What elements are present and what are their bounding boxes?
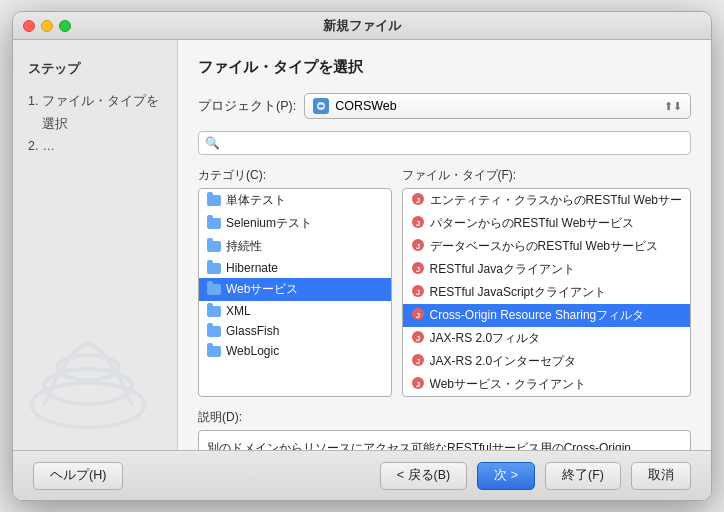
category-label: カテゴリ(C): <box>198 167 392 184</box>
category-item[interactable]: GlassFish <box>199 321 391 341</box>
category-list[interactable]: 単体テストSeleniumテスト持続性HibernateWebサービスXMLGl… <box>198 188 392 397</box>
filetype-item[interactable]: J Webサービス・クライアント <box>403 373 690 396</box>
filetype-item-label: RESTful JavaScriptクライアント <box>430 284 606 301</box>
folder-icon <box>207 263 221 274</box>
svg-text:J: J <box>415 334 419 343</box>
step-2-number: 2. <box>28 135 38 158</box>
filetype-icon: J <box>411 353 425 370</box>
folder-icon <box>207 346 221 357</box>
category-item-label: 単体テスト <box>226 192 286 209</box>
lists-row: カテゴリ(C): 単体テストSeleniumテスト持続性HibernateWeb… <box>198 167 691 397</box>
step-2-label: … <box>42 135 55 158</box>
category-item[interactable]: Hibernate <box>199 258 391 278</box>
category-item-label: WebLogic <box>226 344 279 358</box>
cancel-button[interactable]: 取消 <box>631 462 691 490</box>
filetype-item[interactable]: J JAX-RS 2.0インターセプタ <box>403 350 690 373</box>
folder-icon <box>207 218 221 229</box>
filetype-label: ファイル・タイプ(F): <box>402 167 691 184</box>
svg-text:J: J <box>415 219 419 228</box>
project-value: CORSWeb <box>335 99 397 113</box>
traffic-lights <box>23 20 71 32</box>
panel-title: ファイル・タイプを選択 <box>198 58 691 77</box>
category-item[interactable]: Seleniumテスト <box>199 212 391 235</box>
step-1-label: ファイル・タイプを選択 <box>42 90 162 135</box>
footer: ヘルプ(H) < 戻る(B) 次 > 終了(F) 取消 <box>13 450 711 500</box>
folder-icon <box>207 284 221 295</box>
filetype-icon: J <box>411 215 425 232</box>
step-1-number: 1. <box>28 90 38 135</box>
svg-text:J: J <box>415 288 419 297</box>
search-row: 🔍 <box>198 131 691 155</box>
category-item-label: Webサービス <box>226 281 298 298</box>
filetype-item-label: Webサービス・クライアント <box>430 376 586 393</box>
svg-text:J: J <box>415 196 419 205</box>
maximize-button[interactable] <box>59 20 71 32</box>
category-item[interactable]: 持続性 <box>199 235 391 258</box>
project-select-inner: CORSWeb <box>313 98 397 114</box>
category-item[interactable]: 単体テスト <box>199 189 391 212</box>
description-section: 説明(D): 別のドメインからリソースにアクセス可能なRESTfulサービス用の… <box>198 409 691 450</box>
filetype-icon: J <box>411 330 425 347</box>
finish-button[interactable]: 終了(F) <box>545 462 621 490</box>
description-label: 説明(D): <box>198 409 691 426</box>
filetype-item-label: RESTful Javaクライアント <box>430 261 575 278</box>
main-window: 新規ファイル ステップ 1. ファイル・タイプを選択 2. … <box>12 11 712 501</box>
folder-icon <box>207 195 221 206</box>
description-text: 別のドメインからリソースにアクセス可能なRESTfulサービス用のCross-O… <box>198 430 691 450</box>
category-item-label: Seleniumテスト <box>226 215 312 232</box>
sidebar-title: ステップ <box>28 60 162 78</box>
project-icon <box>313 98 329 114</box>
filetype-item[interactable]: J RESTful Javaクライアント <box>403 258 690 281</box>
next-button[interactable]: 次 > <box>477 462 535 490</box>
category-item[interactable]: WebLogic <box>199 341 391 361</box>
project-select[interactable]: CORSWeb ⬆⬇ <box>304 93 691 119</box>
sidebar-steps: 1. ファイル・タイプを選択 2. … <box>28 90 162 158</box>
svg-text:J: J <box>415 380 419 389</box>
step-2: 2. … <box>28 135 162 158</box>
filetype-icon: J <box>411 238 425 255</box>
sidebar: ステップ 1. ファイル・タイプを選択 2. … <box>13 40 178 450</box>
close-button[interactable] <box>23 20 35 32</box>
sidebar-watermark <box>23 330 153 430</box>
svg-text:J: J <box>415 265 419 274</box>
search-icon: 🔍 <box>205 136 220 150</box>
filetype-item-label: Cross-Origin Resource Sharingフィルタ <box>430 307 645 324</box>
category-item[interactable]: Webサービス <box>199 278 391 301</box>
filetype-item[interactable]: J RESTful JavaScriptクライアント <box>403 281 690 304</box>
minimize-button[interactable] <box>41 20 53 32</box>
folder-icon <box>207 326 221 337</box>
filetype-item[interactable]: J パターンからのRESTful Webサービス <box>403 212 690 235</box>
filetype-item-label: パターンからのRESTful Webサービス <box>430 215 634 232</box>
filetype-item[interactable]: J データベースからのRESTful Webサービス <box>403 235 690 258</box>
filetype-item-label: エンティティ・クラスからのRESTful Webサー <box>430 192 682 209</box>
back-button[interactable]: < 戻る(B) <box>380 462 467 490</box>
filetype-icon: J <box>411 307 425 324</box>
footer-right: < 戻る(B) 次 > 終了(F) 取消 <box>380 462 691 490</box>
category-item-label: Hibernate <box>226 261 278 275</box>
project-label: プロジェクト(P): <box>198 98 296 115</box>
category-item-label: XML <box>226 304 251 318</box>
folder-icon <box>207 241 221 252</box>
filetype-item[interactable]: J Cross-Origin Resource Sharingフィルタ <box>403 304 690 327</box>
filetype-list[interactable]: J エンティティ・クラスからのRESTful Webサー J パターンからのRE… <box>402 188 691 397</box>
category-pane: カテゴリ(C): 単体テストSeleniumテスト持続性HibernateWeb… <box>198 167 392 397</box>
content-area: ステップ 1. ファイル・タイプを選択 2. … ファイル・タ <box>13 40 711 450</box>
svg-text:J: J <box>415 311 419 320</box>
help-button[interactable]: ヘルプ(H) <box>33 462 123 490</box>
filetype-icon: J <box>411 376 425 393</box>
filetype-icon: J <box>411 284 425 301</box>
category-item[interactable]: XML <box>199 301 391 321</box>
window-title: 新規ファイル <box>323 17 401 35</box>
folder-icon <box>207 306 221 317</box>
project-row: プロジェクト(P): CORSWeb ⬆⬇ <box>198 93 691 119</box>
footer-left: ヘルプ(H) <box>33 462 123 490</box>
filetype-item[interactable]: J エンティティ・クラスからのRESTful Webサー <box>403 189 690 212</box>
category-item-label: GlassFish <box>226 324 279 338</box>
filetype-item-label: データベースからのRESTful Webサービス <box>430 238 658 255</box>
filetype-item[interactable]: J JAX-RS 2.0フィルタ <box>403 327 690 350</box>
search-input[interactable] <box>198 131 691 155</box>
main-panel: ファイル・タイプを選択 プロジェクト(P): CORSWeb ⬆⬇ <box>178 40 711 450</box>
filetype-icon: J <box>411 192 425 209</box>
category-item-label: 持続性 <box>226 238 262 255</box>
titlebar: 新規ファイル <box>13 12 711 40</box>
